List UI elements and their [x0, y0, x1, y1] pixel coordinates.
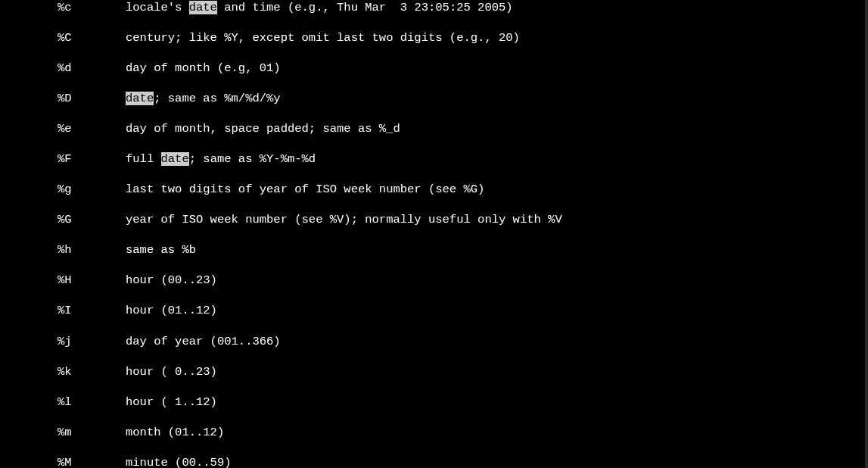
format-code: %C [0, 32, 126, 45]
format-row: %glast two digits of year of ISO week nu… [0, 183, 868, 214]
format-code: %k [0, 366, 126, 379]
format-code: %G [0, 214, 126, 226]
format-row: %Mminute (00..59) [0, 457, 868, 468]
description-text: day of year (001..366) [126, 335, 281, 348]
format-row: %Ccentury; like %Y, except omit last two… [0, 32, 868, 62]
description-text: ; same as %Y-%m-%d [189, 152, 316, 166]
format-description: year of ISO week number (see %V); normal… [126, 214, 868, 226]
description-text: hour ( 1..12) [126, 395, 217, 409]
description-text: ; same as %m/%d/%y [154, 92, 280, 105]
format-description: day of month, space padded; same as %_d [126, 123, 868, 136]
format-row: %clocale's date and time (e.g., Thu Mar … [0, 2, 868, 32]
format-code: %F [0, 153, 126, 166]
format-description: day of year (001..366) [126, 335, 868, 348]
format-description: hour (01..12) [126, 304, 868, 317]
format-description: locale's date and time (e.g., Thu Mar 3 … [126, 2, 868, 14]
format-code: %I [0, 304, 126, 317]
format-row: %jday of year (001..366) [0, 335, 868, 366]
format-row: %dday of month (e.g, 01) [0, 62, 868, 92]
description-text: full [126, 152, 161, 166]
description-text: year of ISO week number (see %V); normal… [126, 213, 562, 226]
format-description: hour ( 0..23) [126, 366, 868, 379]
description-text: month (01..12) [126, 426, 224, 439]
description-text: minute (00..59) [126, 456, 232, 468]
format-description: last two digits of year of ISO week numb… [126, 183, 868, 196]
format-row: %hsame as %b [0, 244, 868, 274]
format-row: %eday of month, space padded; same as %_… [0, 123, 868, 153]
description-text: century; like %Y, except omit last two d… [126, 31, 520, 45]
format-code: %e [0, 123, 126, 136]
format-description: day of month (e.g, 01) [126, 62, 868, 75]
format-description: month (01..12) [126, 426, 868, 439]
format-code: %g [0, 183, 126, 196]
search-highlight: date [126, 92, 154, 105]
format-code: %c [0, 2, 126, 14]
format-row: %Hhour (00..23) [0, 274, 868, 304]
description-text: and time (e.g., Thu Mar 3 23:05:25 2005) [217, 1, 513, 14]
format-code: %l [0, 396, 126, 409]
description-text: last two digits of year of ISO week numb… [126, 183, 484, 196]
format-row: %Ihour (01..12) [0, 304, 868, 335]
format-description: century; like %Y, except omit last two d… [126, 32, 868, 45]
format-row: %mmonth (01..12) [0, 426, 868, 457]
description-text: hour (01..12) [126, 304, 217, 317]
format-description: same as %b [126, 244, 868, 257]
format-description: full date; same as %Y-%m-%d [126, 153, 868, 166]
man-page-content[interactable]: %clocale's date and time (e.g., Thu Mar … [0, 2, 868, 468]
scrollbar[interactable] [865, 0, 868, 468]
description-text: locale's [126, 1, 189, 14]
description-text: hour (00..23) [126, 273, 217, 287]
format-row: %lhour ( 1..12) [0, 396, 868, 426]
description-text: hour ( 0..23) [126, 365, 217, 379]
format-code: %d [0, 62, 126, 75]
format-description: date; same as %m/%d/%y [126, 92, 868, 105]
format-description: hour (00..23) [126, 274, 868, 287]
format-code: %M [0, 457, 126, 468]
format-code: %H [0, 274, 126, 287]
description-text: day of month (e.g, 01) [126, 61, 281, 75]
search-highlight: date [189, 1, 217, 14]
description-text: day of month, space padded; same as %_d [126, 122, 400, 136]
format-row: %Ffull date; same as %Y-%m-%d [0, 153, 868, 183]
format-row: %khour ( 0..23) [0, 366, 868, 396]
format-code: %j [0, 335, 126, 348]
format-row: %Gyear of ISO week number (see %V); norm… [0, 214, 868, 244]
format-code: %D [0, 92, 126, 105]
format-row: %Ddate; same as %m/%d/%y [0, 92, 868, 123]
format-description: minute (00..59) [126, 457, 868, 468]
description-text: same as %b [126, 243, 196, 257]
format-description: hour ( 1..12) [126, 396, 868, 409]
format-code: %m [0, 426, 126, 439]
format-code: %h [0, 244, 126, 257]
search-highlight: date [161, 152, 189, 166]
